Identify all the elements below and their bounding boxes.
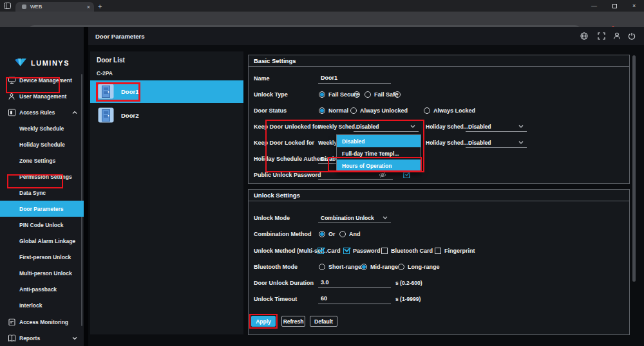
and-radio[interactable]	[339, 231, 346, 237]
browser-tab[interactable]: WEB ×	[15, 2, 94, 12]
section-title: Unlock Settings	[254, 192, 300, 199]
or-radio[interactable]	[319, 231, 325, 237]
tab-close-icon[interactable]: ×	[87, 4, 90, 10]
door-name[interactable]: Door1	[121, 88, 138, 95]
normal-label: Normal	[328, 107, 348, 114]
sidebar-item-access-rules[interactable]: Access Rules	[0, 104, 84, 120]
and-label: And	[349, 231, 361, 237]
window-menu-icon[interactable]	[4, 3, 11, 9]
name-input[interactable]	[318, 73, 391, 84]
dropdown-option-disabled[interactable]: Disabled	[337, 135, 421, 147]
power-icon[interactable]	[628, 32, 636, 40]
dropdown-option-full-day[interactable]: Full-day Time Templ...	[337, 147, 421, 159]
fail-safe-help-icon[interactable]: ?	[394, 91, 401, 98]
sidebar-item-label: Access Rules	[19, 109, 55, 116]
default-button[interactable]: Default	[310, 316, 337, 327]
sidebar-item-interlock[interactable]: Interlock	[0, 297, 84, 313]
sidebar-item-data-sync[interactable]: Data Sync	[0, 185, 84, 201]
window-minimize-button[interactable]: —	[591, 3, 597, 9]
language-globe-icon[interactable]	[580, 32, 588, 40]
fail-secure-radio[interactable]	[319, 91, 325, 98]
normal-radio[interactable]	[319, 107, 325, 114]
duration-hint: s (0.2-600)	[395, 280, 422, 286]
fullscreen-icon[interactable]	[598, 32, 605, 40]
door-name[interactable]: Door2	[121, 112, 138, 119]
short-range-label: Short-range	[328, 264, 361, 270]
timeout-input[interactable]	[318, 294, 391, 304]
brand-logo: LUMINYS	[14, 59, 70, 67]
keep-unlocked-holiday-dropdown[interactable]: Disabled	[466, 122, 527, 132]
option-label: Disabled	[342, 138, 365, 145]
sidebar-item-multi-person-unlock[interactable]: Multi-person Unlock	[0, 265, 84, 281]
brand-name: LUMINYS	[31, 59, 70, 67]
device-icon	[8, 77, 15, 84]
or-label: Or	[328, 231, 336, 237]
dropdown-value: Disabled	[468, 123, 491, 130]
sidebar-item-label: Zone Settings	[19, 158, 55, 164]
account-icon[interactable]	[613, 32, 621, 40]
sidebar-item-weekly-schedule[interactable]: Weekly Schedule	[0, 120, 84, 136]
always-unlocked-label: Always Unlocked	[360, 107, 408, 114]
sidebar-item-label: PIN Code Unlock	[19, 222, 63, 228]
chevron-down-icon	[72, 336, 77, 340]
sidebar-item-label: First-person Unlock	[19, 254, 71, 260]
monitoring-icon	[8, 318, 15, 325]
fail-safe-radio[interactable]	[365, 91, 371, 98]
basic-settings-panel	[248, 55, 630, 184]
eye-off-icon[interactable]	[379, 172, 386, 178]
sidebar-item-label: Device Management	[19, 77, 72, 84]
sidebar-item-first-person-unlock[interactable]: First-person Unlock	[0, 249, 84, 265]
sidebar-item-label: User Management	[19, 93, 66, 100]
mid-range-radio[interactable]	[361, 264, 367, 270]
timeout-hint: s (1-9999)	[395, 296, 421, 302]
keep-unlocked-weekly-dropdown[interactable]: Disabled	[354, 122, 419, 132]
sidebar-item-device-management[interactable]: Device Management	[0, 72, 84, 88]
chevron-down-icon	[383, 216, 388, 219]
always-locked-radio[interactable]	[424, 107, 430, 114]
apply-button[interactable]: Apply	[251, 316, 276, 327]
luminys-logo-icon	[14, 59, 27, 67]
dropdown-option-hours-of-operation[interactable]: Hours of Operation	[337, 159, 421, 172]
sidebar-item-reports[interactable]: Reports	[0, 330, 84, 346]
sidebar-item-global-alarm-linkage[interactable]: Global Alarm Linkage	[0, 233, 84, 249]
sidebar-item-holiday-schedule[interactable]: Holiday Schedule	[0, 136, 84, 152]
chevron-up-icon	[72, 111, 77, 114]
sidebar-item-user-management[interactable]: User Management	[0, 88, 84, 104]
bluetooth-card-checkbox[interactable]	[381, 248, 388, 254]
fingerprint-checkbox[interactable]	[435, 248, 441, 254]
tab-title: WEB	[30, 4, 87, 10]
sidebar-item-label: Interlock	[19, 302, 42, 309]
sidebar-item-pin-code-unlock[interactable]: PIN Code Unlock	[0, 217, 84, 233]
fail-secure-help-icon[interactable]: ?	[354, 91, 360, 98]
option-label: Full-day Time Templ...	[342, 150, 399, 157]
door-icon	[98, 84, 114, 99]
sidebar-item-zone-settings[interactable]: Zone Settings	[0, 152, 84, 168]
always-unlocked-radio[interactable]	[350, 107, 357, 114]
chevron-down-icon	[518, 141, 524, 144]
unlock-mode-dropdown[interactable]: Combination Unlock	[318, 213, 391, 223]
card-checkbox[interactable]	[317, 248, 324, 254]
short-range-radio[interactable]	[319, 264, 325, 270]
dropdown-value: Disabled	[468, 140, 491, 146]
sidebar-item-anti-passback[interactable]: Anti-passback	[0, 281, 84, 297]
dropdown-value: Disabled	[356, 123, 379, 130]
keep-locked-holiday-dropdown[interactable]: Disabled	[466, 138, 527, 148]
schedule-dropdown-menu: Disabled Full-day Time Templ... Hours of…	[336, 134, 421, 172]
window-maximize-button[interactable]	[612, 4, 617, 8]
door-icon	[98, 107, 114, 123]
sidebar-item-door-parameters[interactable]: Door Parameters	[0, 201, 84, 217]
window-close-button[interactable]: ×	[632, 3, 636, 9]
new-tab-button[interactable]: +	[98, 3, 102, 10]
sidebar-item-permission-settings[interactable]: Permission Settings	[0, 168, 84, 185]
long-range-radio[interactable]	[398, 264, 404, 270]
refresh-button[interactable]: Refresh	[281, 316, 305, 327]
duration-input[interactable]	[318, 278, 391, 288]
unlock-mode-label: Unlock Mode	[254, 215, 290, 221]
password-checkbox[interactable]	[343, 248, 350, 254]
door-group-name: C-2PA	[97, 70, 113, 77]
content-scrollbar[interactable]	[632, 55, 636, 282]
keep-unlocked-label: Keep Door Unlocked for	[254, 123, 320, 130]
sidebar-item-access-monitoring[interactable]: Access Monitoring	[0, 314, 84, 330]
card-label: Card	[327, 248, 341, 254]
holiday-auth-label: Holiday Schedule Authen...	[254, 156, 328, 162]
